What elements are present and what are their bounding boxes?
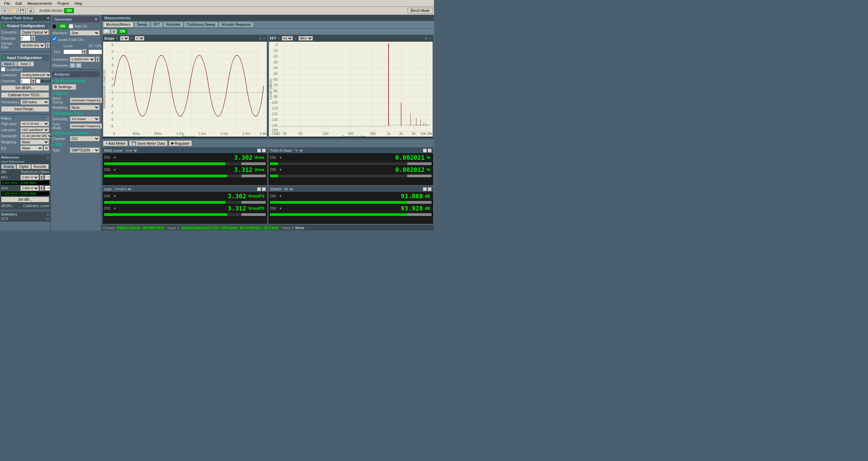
dbrb-offset-input[interactable] xyxy=(44,186,51,191)
meter-gain-close-icon[interactable]: ✕ xyxy=(262,187,266,191)
fft-x-unit-select[interactable]: Hz xyxy=(282,36,293,41)
filters-reset-icon[interactable]: ↺ xyxy=(46,117,49,120)
scope-maximize-icon[interactable]: ⊡ xyxy=(259,37,262,40)
fft-y-unit-select[interactable]: dBrA xyxy=(298,36,313,41)
sample-rate-down-btn[interactable]: ▼ xyxy=(46,45,50,48)
meter-thdn-ch2-dropdown[interactable]: ▼ xyxy=(279,168,282,172)
meas-on-btn[interactable]: ON xyxy=(118,29,127,34)
sample-rate-up-btn[interactable]: ▲ xyxy=(46,43,50,45)
scope-x-unit-select[interactable]: s xyxy=(120,36,129,41)
gen-stop-btn[interactable]: ■ xyxy=(52,24,56,29)
channel-select[interactable]: Ch1 xyxy=(70,136,100,141)
levels-track-checkbox[interactable] xyxy=(52,37,57,41)
input-ch-down-btn[interactable]: ▼ xyxy=(31,81,35,84)
ch1-level-down[interactable]: ▼ xyxy=(82,52,86,55)
dbra-down-btn[interactable]: ▼ xyxy=(40,177,44,180)
tune-mode-select[interactable]: Generator Frequency xyxy=(70,123,106,129)
channels-down-btn[interactable]: ▼ xyxy=(31,38,35,41)
filters-title[interactable]: Filters xyxy=(1,117,11,120)
set-dbspl-btn[interactable]: Set dBSPL... xyxy=(1,85,49,91)
meter-rms-ch1-dropdown[interactable]: ▼ xyxy=(113,156,116,159)
scope-y-unit-select[interactable]: V xyxy=(135,36,144,41)
open-btn[interactable]: 📂 xyxy=(9,8,17,14)
meter-sinad-unit-select[interactable]: dB xyxy=(283,187,294,192)
freq-up-btn[interactable]: ▲ xyxy=(96,57,100,59)
tab-recorder[interactable]: Recorder xyxy=(163,22,183,27)
set-dbr-btn[interactable]: Set dBr... xyxy=(1,197,49,202)
highpass-select[interactable]: AC (<10 Hz) xyxy=(20,121,49,126)
eq-select[interactable]: None xyxy=(20,145,43,151)
save-meter-data-btn[interactable]: 💾 Save Meter Data xyxy=(129,140,167,146)
frequency-select[interactable]: 1.00000 kHz xyxy=(70,57,95,62)
ch1-level-input[interactable]: -0.000 dBFS xyxy=(63,49,82,54)
meter-thdn-unit-select[interactable]: % xyxy=(294,148,304,153)
meter-thdn-expand-icon[interactable]: ⊡ xyxy=(423,148,427,153)
ref-tab-acoustic[interactable]: Acoustic xyxy=(31,164,49,169)
input-tab-2[interactable]: Input 2 xyxy=(18,61,34,66)
generator-expand-icon[interactable]: ▶ xyxy=(95,17,98,21)
settings-btn[interactable]: ⚙ Settings... xyxy=(52,84,76,90)
ref-tab-analog[interactable]: Analog xyxy=(1,164,16,169)
meter-rms-close-icon[interactable]: ✕ xyxy=(262,148,266,153)
meter-gain-ch2-dropdown[interactable]: ▼ xyxy=(113,207,116,210)
input-ch-up-btn[interactable]: ▲ xyxy=(31,78,35,81)
menu-measurements[interactable]: Measurements xyxy=(25,1,55,6)
menu-project[interactable]: Project xyxy=(55,1,72,6)
ch1-btn[interactable]: 1 xyxy=(70,63,75,68)
tab-continuous-sweep[interactable]: Continuous Sweep xyxy=(184,22,218,27)
tab-fft[interactable]: FFT xyxy=(151,22,163,27)
loopback-checkbox[interactable] xyxy=(1,67,5,72)
save-btn[interactable]: 💾 xyxy=(18,8,26,14)
meter-rms-expand-icon[interactable]: ⊡ xyxy=(257,148,261,153)
new-btn[interactable]: 🗋 xyxy=(1,8,8,14)
dbra-select[interactable]: 3.302 Vrms xyxy=(20,175,39,180)
ref-tab-digital[interactable]: Digital xyxy=(17,164,31,169)
connector-select[interactable]: Digital Optical xyxy=(20,29,49,35)
dbrb-down-btn[interactable]: ▼ xyxy=(40,188,44,191)
meter-rms-ch2-dropdown[interactable]: ▼ xyxy=(113,168,116,172)
fft-maximize-icon[interactable]: ⊡ xyxy=(425,37,428,40)
channels-up-btn[interactable]: ▲ xyxy=(31,36,35,38)
selectivity-select[interactable]: 1/3 octave xyxy=(70,116,100,122)
meter-rms-unit-select[interactable]: Vrms xyxy=(124,148,138,153)
meter-sinad-ch2-dropdown[interactable]: ▼ xyxy=(279,207,282,210)
meas-icon-btn-1[interactable]: 📊 xyxy=(103,29,110,34)
freq-down-btn[interactable]: ▼ xyxy=(96,59,100,62)
meter-gain-ch1-dropdown[interactable]: ▼ xyxy=(113,195,116,198)
input-range-btn[interactable]: Input Range... xyxy=(1,106,49,112)
meter-thdn-ch1-dropdown[interactable]: ▼ xyxy=(279,156,282,159)
calibrate-btn[interactable]: Calibrate from TEDS... xyxy=(1,92,49,98)
meter-gain-expand-icon[interactable]: ⊡ xyxy=(257,187,261,191)
input-connector-select[interactable]: Analog Balanced xyxy=(20,72,51,78)
scope-expand-icon[interactable]: ⤢ xyxy=(263,37,266,40)
meter-sinad-close-icon[interactable]: ✕ xyxy=(428,187,432,191)
audible-monitor-on-btn[interactable]: ON xyxy=(64,8,74,13)
menu-edit[interactable]: Edit xyxy=(13,1,25,6)
lowpass-select[interactable]: ADC passband xyxy=(20,127,49,133)
signal-path-expand[interactable]: ◀ xyxy=(46,16,49,20)
dbra-up-btn[interactable]: ▲ xyxy=(40,175,44,177)
termination-select[interactable]: 200 kohm xyxy=(20,99,49,105)
meter-sinad-expand-icon[interactable]: ⊡ xyxy=(423,187,427,191)
analyzer-weighting-select[interactable]: None xyxy=(70,105,100,110)
meas-icon-btn-2[interactable]: ⊞ xyxy=(111,29,117,34)
imd-type-select[interactable]: SMPTE/DIN xyxy=(70,147,100,153)
waveform-select[interactable]: Sine xyxy=(70,30,100,36)
meter-gain-unit-select[interactable]: Vrms/FS xyxy=(113,187,133,192)
bandwidth-select[interactable]: 22.4k (48 kHz SR) xyxy=(20,133,51,139)
add-meter-btn[interactable]: + Add Meter xyxy=(103,141,128,146)
dcx-expand-icon[interactable]: ⊡ xyxy=(46,217,49,221)
tab-sweep[interactable]: Sweep xyxy=(134,22,151,27)
print-btn[interactable]: 🖨 xyxy=(27,8,34,14)
input-tab-1[interactable]: Input 1 xyxy=(1,61,18,66)
auto-on-checkbox[interactable] xyxy=(69,24,73,28)
eq-settings-btn[interactable]: ⚙ xyxy=(44,145,49,151)
dbrb-select[interactable]: 1.000 Vrms xyxy=(20,185,39,191)
tab-acoustic-response[interactable]: Acoustic Response xyxy=(219,22,254,27)
dbrb-up-btn[interactable]: ▲ xyxy=(40,185,44,188)
sample-rate-select[interactable]: 48.0000 kHz xyxy=(20,43,45,48)
menu-help[interactable]: Help xyxy=(72,1,85,6)
ch1-level-up[interactable]: ▲ xyxy=(82,49,86,52)
weighting-select[interactable]: None xyxy=(20,139,49,145)
input-channels-input[interactable] xyxy=(20,78,31,84)
